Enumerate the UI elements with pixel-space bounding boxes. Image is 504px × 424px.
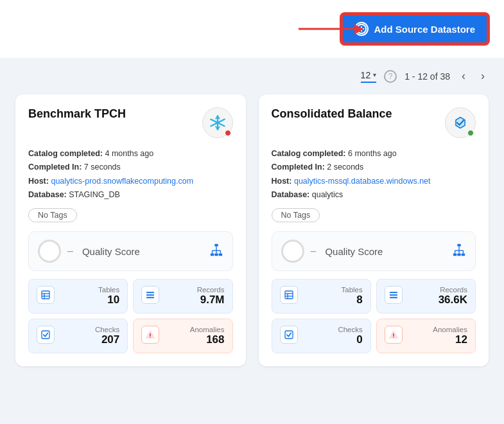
- svg-point-28: [150, 337, 151, 338]
- card-header-benchmark: Benchmark TPCH: [28, 107, 233, 138]
- checks-value-benchmark: 207: [60, 333, 119, 346]
- page-info: 1 - 12 of 38: [404, 71, 450, 82]
- stat-records-benchmark[interactable]: Records 9.7M: [133, 279, 232, 314]
- stat-anomalies-benchmark[interactable]: Anomalies 168: [133, 319, 232, 353]
- top-bar: Add Source Datastore: [0, 0, 504, 58]
- checks-icon-consolidated: [280, 326, 298, 344]
- pagination-bar: 12 ▾ ? 1 - 12 of 38 ‹ ›: [15, 68, 489, 84]
- tables-value-consolidated: 8: [303, 294, 363, 306]
- qs-left-consolidated: – Quality Score: [281, 240, 383, 263]
- records-label-benchmark: Records: [164, 286, 224, 294]
- stat-tables-benchmark[interactable]: Tables 10: [28, 279, 128, 314]
- cards-grid: Benchmark TPCH: [15, 94, 489, 366]
- help-icon[interactable]: ?: [384, 70, 397, 83]
- svg-rect-45: [285, 331, 293, 339]
- table-icon-consolidated: [280, 286, 298, 304]
- datastore-card-consolidated: Consolidated Balance Catalog completed: …: [259, 94, 489, 366]
- card-meta-consolidated: Catalog completed: 6 months ago Complete…: [272, 147, 476, 202]
- logo-benchmark[interactable]: [202, 107, 233, 138]
- datastore-card-benchmark: Benchmark TPCH: [15, 94, 246, 366]
- card-header-consolidated: Consolidated Balance: [272, 107, 476, 138]
- next-page-button[interactable]: ›: [477, 68, 489, 84]
- anomalies-label-benchmark: Anomalies: [164, 326, 224, 333]
- svg-rect-10: [214, 243, 218, 246]
- next-icon: ›: [481, 69, 485, 83]
- svg-rect-23: [146, 292, 154, 293]
- anomalies-info-consolidated: Anomalies 12: [408, 326, 467, 346]
- svg-rect-43: [390, 294, 397, 296]
- arrow-annotation: [299, 28, 363, 30]
- svg-rect-13: [218, 253, 222, 256]
- card-title-benchmark: Benchmark TPCH: [28, 107, 126, 121]
- tables-info-benchmark: Tables 10: [60, 286, 119, 306]
- no-tags-consolidated[interactable]: No Tags: [272, 208, 320, 222]
- svg-rect-42: [390, 292, 397, 293]
- card-meta-benchmark: Catalog completed: 4 months ago Complete…: [28, 147, 233, 202]
- add-source-button-label: Add Source Datastore: [374, 24, 475, 35]
- qs-dash-consolidated: –: [311, 245, 317, 257]
- checks-label-benchmark: Checks: [60, 326, 119, 333]
- svg-rect-26: [42, 331, 49, 339]
- hierarchy-icon-consolidated[interactable]: [452, 243, 466, 260]
- tables-label-benchmark: Tables: [60, 286, 119, 294]
- svg-rect-44: [390, 297, 397, 298]
- records-value-benchmark: 9.7M: [164, 294, 224, 306]
- svg-rect-25: [146, 297, 154, 298]
- qs-circle-benchmark: [38, 240, 61, 263]
- qs-label-consolidated: Quality Score: [325, 246, 383, 257]
- tables-value-benchmark: 10: [60, 294, 119, 306]
- anomalies-value-benchmark: 168: [164, 333, 224, 346]
- svg-rect-12: [214, 253, 218, 256]
- no-tags-benchmark[interactable]: No Tags: [28, 208, 77, 222]
- anomalies-value-consolidated: 12: [408, 333, 467, 346]
- checks-label-consolidated: Checks: [303, 326, 363, 333]
- arrow-line: [299, 28, 363, 30]
- host-link-benchmark[interactable]: qualytics-prod.snowflakecomputing.com: [51, 177, 193, 186]
- tables-info-consolidated: Tables 8: [303, 286, 363, 306]
- records-info-consolidated: Records 36.6K: [408, 286, 467, 306]
- table-icon-benchmark: [37, 286, 55, 304]
- svg-rect-19: [42, 291, 49, 299]
- stat-anomalies-consolidated[interactable]: Anomalies 12: [376, 319, 476, 353]
- per-page-select[interactable]: 12 ▾: [361, 70, 377, 83]
- svg-rect-30: [453, 253, 457, 256]
- quality-score-section-consolidated: – Quality Score: [272, 231, 476, 271]
- stat-checks-consolidated[interactable]: Checks 0: [272, 319, 371, 353]
- stat-tables-consolidated[interactable]: Tables 8: [272, 279, 371, 314]
- qs-left-benchmark: – Quality Score: [38, 240, 140, 263]
- svg-rect-32: [462, 253, 465, 256]
- checks-info-consolidated: Checks 0: [303, 326, 363, 346]
- stats-grid-benchmark: Tables 10: [28, 279, 233, 353]
- records-icon-consolidated: [385, 286, 403, 304]
- stats-grid-consolidated: Tables 8: [272, 279, 476, 353]
- checks-value-consolidated: 0: [303, 333, 363, 346]
- anomaly-icon-benchmark: [141, 326, 159, 344]
- logo-consolidated[interactable]: [445, 107, 476, 138]
- records-value-consolidated: 36.6K: [408, 294, 467, 306]
- anomalies-label-consolidated: Anomalies: [408, 326, 467, 333]
- prev-page-button[interactable]: ‹: [458, 68, 469, 84]
- anomalies-info-benchmark: Anomalies 168: [164, 326, 224, 346]
- svg-point-47: [393, 337, 394, 338]
- qs-label-benchmark: Quality Score: [82, 246, 140, 257]
- chevron-down-icon: ▾: [373, 71, 376, 78]
- svg-rect-11: [210, 253, 214, 256]
- stat-records-consolidated[interactable]: Records 36.6K: [376, 279, 476, 314]
- main-content: 12 ▾ ? 1 - 12 of 38 ‹ › Benchmark TPCH: [0, 58, 504, 376]
- per-page-value: 12: [361, 70, 371, 80]
- svg-rect-31: [457, 253, 461, 256]
- records-label-consolidated: Records: [408, 286, 467, 294]
- svg-rect-24: [146, 294, 154, 296]
- qs-circle-consolidated: [281, 240, 304, 263]
- hierarchy-icon-benchmark[interactable]: [209, 243, 223, 260]
- status-dot-benchmark: [225, 130, 231, 136]
- checks-icon-benchmark: [37, 326, 55, 344]
- prev-icon: ‹: [462, 69, 465, 83]
- anomaly-icon-consolidated: [385, 326, 403, 344]
- svg-rect-29: [457, 243, 461, 246]
- stat-checks-benchmark[interactable]: Checks 207: [28, 319, 128, 353]
- status-dot-consolidated: [467, 130, 474, 136]
- host-link-consolidated[interactable]: qualytics-mssql.database.windows.net: [294, 177, 431, 186]
- checks-info-benchmark: Checks 207: [60, 326, 119, 346]
- svg-rect-38: [285, 291, 293, 299]
